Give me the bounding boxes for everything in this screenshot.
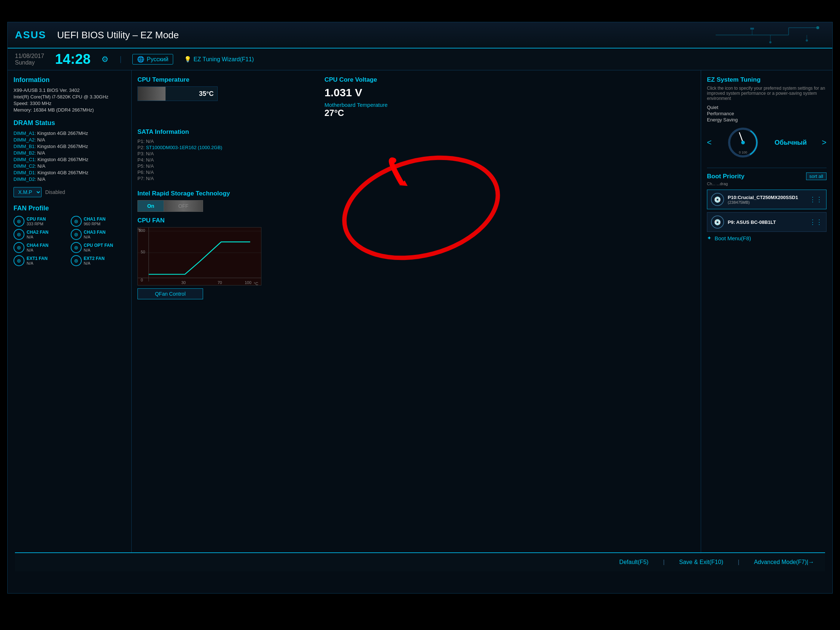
boot-device-item[interactable]: 💿 P10:Crucial_CT250MX200SSD1 (238475MB) … (707, 189, 826, 209)
fan-rpm: N/A (27, 235, 49, 239)
cpu-voltage-title: CPU Core Voltage (324, 76, 508, 84)
mb-temp-title: Motherboard Temperature (324, 102, 508, 108)
svg-text:0 100: 0 100 (739, 151, 747, 154)
gear-icon[interactable]: ⚙ (101, 55, 109, 64)
speed-info-row: Speed: 3300 MHz (14, 101, 125, 106)
rst-toggle-off[interactable]: OFF (164, 201, 203, 212)
sort-all-button[interactable]: sort all (806, 172, 826, 180)
fan-rpm: 960 RPM (84, 222, 106, 226)
cpu-voltage-section: CPU Core Voltage 1.031 V Motherboard Tem… (324, 76, 508, 118)
dram-slot-row: DIMM_D2: N/A (14, 177, 125, 182)
fan-rpm: N/A (84, 235, 106, 239)
fan-item: ⊛ CHA3 FAN N/A (71, 229, 126, 240)
fan-icon: ⊛ (71, 229, 82, 240)
fan-name: CHA4 FAN (27, 243, 49, 248)
fan-info: CHA1 FAN 960 RPM (84, 216, 106, 226)
save-exit-button[interactable]: Save & Exit(F10) (679, 559, 723, 565)
boot-subtitle: Ch... ...drag (707, 182, 826, 186)
bios-info-row: X99-A/USB 3.1 BIOS Ver. 3402 (14, 87, 125, 93)
hdd-icon: 💿 (711, 215, 724, 229)
memory-info-row: Memory: 16384 MB (DDR4 2667MHz) (14, 107, 125, 113)
ez-tuning-title: EZ System Tuning (707, 76, 826, 84)
globe-icon: 🌐 (137, 56, 144, 63)
fan-info: CHA3 FAN N/A (84, 230, 106, 239)
temp-bar-fill (138, 87, 166, 101)
dram-slot-row: DIMM_C2: N/A (14, 163, 125, 169)
svg-text:70: 70 (218, 280, 222, 285)
advanced-mode-button[interactable]: Advanced Mode(F7)|→ (754, 559, 814, 565)
svg-point-26 (741, 141, 745, 144)
fan-section: FAN Profile ⊛ CPU FAN 333 RPM ⊛ CHA1 FAN… (14, 205, 125, 266)
dram-slot-row: DIMM_A1: Kingston 4GB 2667MHz (14, 131, 125, 136)
cpu-temp-value: 35°C (199, 90, 214, 98)
boot-device-item[interactable]: 💿 P9: ASUS BC-08B1LT ⋮⋮ (707, 212, 826, 232)
svg-point-3 (816, 26, 819, 29)
fan-info: CHA2 FAN N/A (27, 230, 49, 239)
right-panel: EZ System Tuning Click the icon to speci… (701, 70, 832, 571)
gauge-container: 0 100 (726, 126, 759, 159)
cpu-temp-title: CPU Temperature (137, 76, 321, 84)
dram-slots-list: DIMM_A1: Kingston 4GB 2667MHzDIMM_A2: N/… (14, 131, 125, 182)
separator-2: | (738, 559, 739, 565)
next-mode-button[interactable]: > (822, 138, 826, 147)
fan-icon: ⊛ (71, 242, 82, 253)
ez-wizard-button[interactable]: 💡 EZ Tuning Wizard(F11) (184, 56, 254, 63)
fan-name: CPU OPT FAN (84, 243, 114, 248)
prev-mode-button[interactable]: < (707, 138, 712, 147)
fan-chart: 100 50 0 30 70 100 °C % (137, 227, 261, 286)
boot-menu-button[interactable]: ✦ Boot Menu(F8) (707, 235, 826, 242)
mb-temp-value: 27°C (324, 108, 508, 118)
fan-rpm: N/A (84, 248, 114, 252)
ez-tuning-desc: Click the icon to specify your preferred… (707, 86, 826, 101)
sata-section: SATA Information P1: N/AP2: ST1000DM003-… (137, 128, 695, 182)
boot-priority-section: Boot Priority sort all Ch... ...drag 💿 P… (707, 168, 826, 565)
fan-rpm: N/A (84, 261, 105, 265)
default-button[interactable]: Default(F5) (619, 559, 649, 565)
system-info-title: Information (14, 76, 125, 84)
circuit-decoration (716, 26, 825, 44)
fan-icon: ⊛ (14, 242, 24, 253)
svg-text:°C: °C (254, 281, 258, 285)
rst-toggle-on[interactable]: On (138, 201, 164, 212)
fan-item: ⊛ EXT1 FAN N/A (14, 255, 68, 266)
fan-rpm: 333 RPM (27, 222, 46, 226)
fan-info: EXT1 FAN N/A (27, 256, 47, 265)
fan-name: EXT1 FAN (27, 256, 47, 261)
fan-name: EXT2 FAN (84, 256, 105, 261)
fan-name: CHA2 FAN (27, 230, 49, 235)
language-button[interactable]: 🌐 Русский (133, 54, 173, 65)
mode-label: Обычный (775, 139, 807, 147)
fan-item: ⊛ CPU OPT FAN N/A (71, 242, 126, 253)
cpu-voltage-value: 1.031 V (324, 87, 508, 99)
rst-toggle[interactable]: On OFF (137, 200, 203, 212)
fan-profile-title: FAN Profile (14, 205, 125, 212)
xmp-select[interactable]: X.M.P (14, 187, 41, 197)
cpu-fan-section: CPU FAN 100 5 (137, 217, 695, 565)
fan-icon: ⊛ (14, 216, 24, 227)
boot-device-dots: ⋮⋮ (809, 196, 823, 204)
cpu-temp-section: CPU Temperature 35°C (137, 76, 321, 122)
tuning-option[interactable]: Energy Saving (707, 117, 826, 123)
sata-port-row: P2: ST1000DM003-1ER162 (1000.2GB) (137, 145, 695, 150)
svg-point-9 (806, 39, 808, 41)
fan-grid: ⊛ CPU FAN 333 RPM ⊛ CHA1 FAN 960 RPM ⊛ C… (14, 216, 125, 266)
left-panel: Information X99-A/USB 3.1 BIOS Ver. 3402… (8, 70, 132, 571)
boot-device-size: (238475MB) (728, 200, 798, 205)
sub-header: 11/08/2017 Sunday 14:28 ⚙ | 🌐 Русский 💡 … (8, 49, 832, 70)
tuning-option[interactable]: Quiet (707, 105, 826, 110)
fan-item: ⊛ CHA1 FAN 960 RPM (71, 216, 126, 227)
svg-text:100: 100 (245, 280, 251, 285)
sata-port-row: P6: N/A (137, 169, 695, 175)
gauge-svg: 0 100 (726, 126, 759, 159)
fan-item: ⊛ CHA2 FAN N/A (14, 229, 68, 240)
qfan-control-button[interactable]: QFan Control (137, 288, 203, 299)
time-display: 14:28 (55, 51, 90, 67)
sata-port-row: P5: N/A (137, 163, 695, 169)
fan-chart-svg: 100 50 0 30 70 100 °C % (138, 227, 261, 285)
xmp-row: X.M.P Disabled (14, 187, 125, 197)
fan-info: CPU OPT FAN N/A (84, 243, 114, 252)
fan-name: CHA3 FAN (84, 230, 106, 235)
fan-icon: ⊛ (14, 255, 24, 266)
tuning-option[interactable]: Performance (707, 111, 826, 116)
svg-text:30: 30 (181, 280, 186, 285)
